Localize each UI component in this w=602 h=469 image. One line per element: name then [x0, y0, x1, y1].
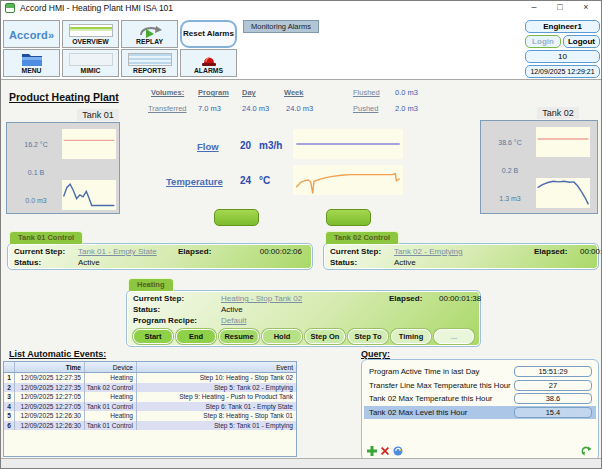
replay-button[interactable]: REPLAY [121, 20, 178, 48]
query-value-field: 15.4 [514, 407, 592, 418]
tank02-control-panel: Tank 02 Control Current Step: Tank 02 - … [323, 226, 599, 270]
maximize-button[interactable]: □ [547, 1, 573, 14]
current-user-field[interactable]: Engineer1 [525, 20, 600, 33]
temperature-sparkline [293, 165, 403, 195]
transferred-program-value: 7.0 m3 [198, 104, 242, 113]
table-row[interactable]: 5 12/09/2025 12:26:30 Heating Step 8: He… [4, 411, 296, 421]
more-button[interactable]: ... [434, 329, 474, 344]
delete-query-icon[interactable] [380, 446, 390, 456]
accord-logo-button[interactable]: Accord» [3, 20, 60, 48]
flushed-row: Flushed 0.0 m3 [353, 88, 418, 97]
close-button[interactable]: × [573, 1, 599, 14]
app-window: Accord HMI - Heating Plant HMI ISA 101 –… [0, 0, 602, 469]
main-content: Product Heating Plant Volumes: Program D… [1, 79, 601, 459]
tank02-current-step-link[interactable]: Tank 02 - Emptying [394, 247, 534, 256]
page-title: Product Heating Plant [9, 91, 119, 103]
replay-icon [137, 25, 163, 38]
query-row[interactable]: Program Active Time in last Day 15:51:29 [364, 365, 596, 379]
pushed-link[interactable]: Pushed [353, 104, 395, 113]
query-value-field: 38.6 [514, 393, 592, 404]
current-step-label: Current Step: [133, 294, 221, 303]
menu-button[interactable]: MENU [3, 49, 60, 77]
edit-query-icon[interactable] [393, 446, 403, 456]
volumes-col-day[interactable]: Day [242, 88, 284, 97]
tank02-volume-value: 1.3 m3 [487, 195, 533, 202]
table-row[interactable]: 6 12/09/2025 12:26:30 Tank 01 Control St… [4, 421, 296, 431]
tank02-pressure-value: 0.2 B [487, 167, 533, 174]
tank02-label: Tank 02 [537, 107, 579, 119]
state-indicator-1[interactable] [214, 209, 259, 226]
toolbar: Accord» OVERVIEW REPLAY Reset Alarms MEN… [1, 15, 601, 78]
login-button[interactable]: Login [525, 35, 561, 48]
state-indicator-2[interactable] [326, 209, 371, 226]
events-col-time[interactable]: Time [15, 362, 85, 372]
hold-button[interactable]: Hold [262, 329, 302, 344]
reset-alarms-button[interactable]: Reset Alarms [180, 20, 237, 48]
program-recipe-label: Program Recipe: [133, 316, 221, 325]
resume-button[interactable]: Resume [219, 329, 259, 344]
alarm-beacon-icon [201, 53, 217, 67]
mimic-button[interactable]: MIMIC [62, 49, 119, 77]
overview-button[interactable]: OVERVIEW [62, 20, 119, 48]
heating-tab[interactable]: Heating [128, 278, 174, 291]
add-query-icon[interactable] [367, 446, 377, 456]
minimize-button[interactable]: – [521, 1, 547, 14]
temperature-link[interactable]: Temperature [166, 176, 223, 187]
step-to-button[interactable]: Step To [348, 329, 388, 344]
events-col-device[interactable]: Device [85, 362, 137, 372]
reports-button[interactable]: REPORTS [121, 49, 178, 77]
mimic-thumbnail-icon [69, 53, 113, 66]
end-button[interactable]: End [176, 329, 216, 344]
tank01-control-tab[interactable]: Tank 01 Control [9, 231, 83, 244]
flushed-value: 0.0 m3 [395, 88, 418, 97]
tank01-temperature-sparkline [62, 129, 116, 159]
query-row[interactable]: Transfer Line Max Temperature this Hour … [364, 379, 596, 393]
tank02-status-value: Active [394, 258, 534, 267]
volumes-title[interactable]: Volumes: [151, 88, 198, 97]
tank01-level-sparkline [62, 180, 116, 210]
alarms-button[interactable]: ALARMS [180, 49, 237, 77]
tank01-panel: 16.2 °C 0.1 B 0.0 m3 [6, 122, 120, 214]
tank02-temperature-value: 38.6 °C [487, 139, 533, 146]
volumes-col-week[interactable]: Week [284, 88, 328, 97]
status-label: Status: [133, 305, 221, 314]
program-recipe-link[interactable]: Default [221, 316, 389, 325]
tank01-current-step-link[interactable]: Tank 01 - Empty State [78, 247, 178, 256]
flushed-link[interactable]: Flushed [353, 88, 395, 97]
volumes-col-program[interactable]: Program [198, 88, 242, 97]
events-col-event[interactable]: Event [137, 362, 296, 372]
step-on-button[interactable]: Step On [305, 329, 345, 344]
elapsed-label: Elapsed: [389, 294, 439, 303]
logout-button[interactable]: Logout [563, 35, 600, 48]
volumes-header-row: Volumes: Program Day Week [151, 88, 328, 97]
query-row[interactable]: Tank 02 Max Temperature this Hour 38.6 [364, 392, 596, 406]
monitoring-alarms-label: Monitoring Alarms [243, 20, 319, 33]
query-panel: Program Active Time in last Day 15:51:29… [361, 359, 599, 461]
heating-control-panel: Heating Current Step: Heating - Stop Tan… [126, 273, 481, 347]
table-row[interactable]: 1 12/09/2025 12:27:35 Heating Step 10: H… [4, 373, 296, 383]
flow-unit: m3/h [259, 140, 282, 151]
tank01-label: Tank 01 [77, 109, 119, 121]
refresh-query-icon[interactable] [581, 446, 592, 456]
flow-link[interactable]: Flow [197, 141, 219, 152]
transferred-week-value: 24.0 m3 [286, 104, 330, 113]
session-value-field[interactable]: 10 [525, 50, 600, 63]
current-step-label: Current Step: [330, 247, 394, 256]
heating-status-value: Active [221, 305, 389, 314]
timing-button[interactable]: Timing [391, 329, 431, 344]
start-button[interactable]: Start [133, 329, 173, 344]
heating-elapsed-value: 00:00:01:38 [439, 294, 485, 303]
tank02-control-tab[interactable]: Tank 02 Control [325, 231, 399, 244]
heating-current-step-link[interactable]: Heating - Stop Tank 02 [221, 294, 389, 303]
reports-thumbnail-icon [128, 53, 172, 66]
events-header-row: Time Device Event [4, 362, 296, 373]
transferred-link[interactable]: Transferred [148, 104, 198, 113]
elapsed-label: Elapsed: [534, 247, 580, 256]
window-title: Accord HMI - Heating Plant HMI ISA 101 [20, 3, 173, 13]
query-row-selected[interactable]: Tank 02 Max Level this Hour 15.4 [364, 406, 596, 420]
app-icon [5, 3, 15, 13]
table-row[interactable]: 3 12/09/2025 12:27:05 Heating Step 9: He… [4, 392, 296, 402]
current-step-label: Current Step: [14, 247, 78, 256]
table-row[interactable]: 2 12/09/2025 12:27:35 Tank 02 Control St… [4, 383, 296, 393]
table-row[interactable]: 4 12/09/2025 12:27:05 Tank 01 Control St… [4, 402, 296, 412]
